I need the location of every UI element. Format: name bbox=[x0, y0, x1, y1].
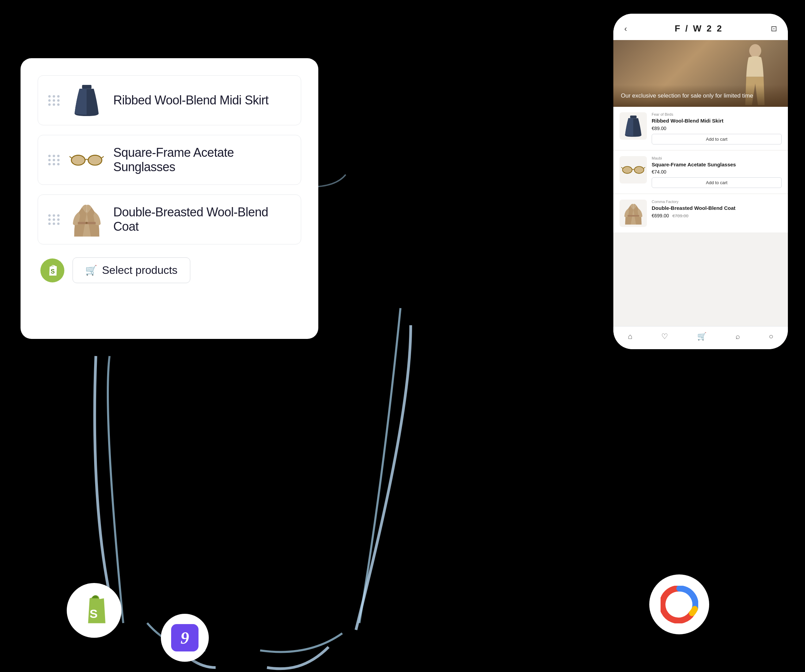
svg-rect-0 bbox=[82, 85, 91, 88]
svg-rect-18 bbox=[628, 215, 639, 216]
phone-add-to-cart-skirt[interactable]: Add to cart bbox=[652, 134, 782, 145]
phone-add-to-cart-sunglasses[interactable]: Add to cart bbox=[652, 177, 782, 188]
scene: Ribbed Wool-Blend Midi Skirt bbox=[0, 0, 805, 672]
product-row-sunglasses[interactable]: Square-Frame Acetate Sunglasses bbox=[38, 135, 301, 185]
product-name-coat: Double-Breasted Wool-Blend Coat bbox=[113, 205, 291, 234]
nav-cart-icon[interactable]: 🛒 bbox=[697, 332, 706, 341]
shopify-circle-badge: S bbox=[67, 583, 122, 638]
phone-product-info-sunglasses: Maubi Square-Frame Acetate Sunglasses €7… bbox=[652, 156, 782, 188]
coat-image bbox=[69, 202, 104, 237]
admin-panel: Ribbed Wool-Blend Midi Skirt bbox=[21, 58, 318, 339]
svg-line-6 bbox=[102, 156, 104, 158]
phone-coat-image bbox=[619, 200, 647, 227]
phone-price-skirt: €89.00 bbox=[652, 126, 782, 131]
drag-handle-sunglasses[interactable] bbox=[48, 155, 60, 165]
nav-search-icon[interactable]: ⌕ bbox=[736, 332, 740, 341]
phone-bottom-nav: ⌂ ♡ 🛒 ⌕ ○ bbox=[613, 326, 788, 349]
phone-name-skirt: Ribbed Wool-Blend Midi Skirt bbox=[652, 117, 782, 124]
phone-cart-icon[interactable]: ⊡ bbox=[771, 24, 777, 33]
select-products-label: Select products bbox=[102, 264, 177, 277]
hero-text: Our exclusive selection for sale only fo… bbox=[621, 92, 780, 100]
drag-handle-coat[interactable] bbox=[48, 214, 60, 225]
product-row-skirt[interactable]: Ribbed Wool-Blend Midi Skirt bbox=[38, 75, 301, 125]
phone-product-item-sunglasses: Maubi Square-Frame Acetate Sunglasses €7… bbox=[613, 151, 788, 194]
admin-footer: S 🛒 Select products bbox=[38, 258, 301, 283]
phone-title: F / W 2 2 bbox=[675, 23, 723, 34]
skirt-image bbox=[69, 83, 104, 117]
phone-price-sunglasses: €74.00 bbox=[652, 169, 782, 174]
phone-name-coat: Double-Breasted Wool-Blend Coat bbox=[652, 205, 782, 212]
select-products-button[interactable]: 🛒 Select products bbox=[72, 258, 190, 283]
hero-text-overlay: Our exclusive selection for sale only fo… bbox=[613, 85, 788, 107]
svg-line-5 bbox=[69, 156, 71, 158]
drag-handle-skirt[interactable] bbox=[48, 95, 60, 106]
phone-sunglasses-image bbox=[619, 156, 647, 184]
product-name-skirt: Ribbed Wool-Blend Midi Skirt bbox=[113, 93, 269, 107]
nav-heart-icon[interactable]: ♡ bbox=[661, 332, 668, 341]
typeform-circle-badge: 9 bbox=[161, 614, 209, 662]
typeform-icon: 9 bbox=[171, 624, 199, 651]
svg-text:S: S bbox=[51, 268, 55, 275]
cart-icon: 🛒 bbox=[85, 265, 97, 276]
phone-name-sunglasses: Square-Frame Acetate Sunglasses bbox=[652, 161, 782, 168]
svg-line-16 bbox=[621, 167, 623, 168]
svg-point-10 bbox=[749, 44, 761, 58]
sunglasses-image bbox=[69, 143, 104, 177]
phone-product-list: Fear of Birds Ribbed Wool-Blend Midi Ski… bbox=[613, 107, 788, 326]
phone-skirt-image bbox=[619, 112, 647, 140]
phone-mockup: ‹ F / W 2 2 ⊡ Our exclusive selection fo… bbox=[613, 14, 788, 349]
product-name-sunglasses: Square-Frame Acetate Sunglasses bbox=[113, 146, 291, 174]
phone-price-coat: €699.00 €789.00 bbox=[652, 213, 782, 219]
svg-text:S: S bbox=[90, 607, 97, 620]
nav-home-icon[interactable]: ⌂ bbox=[628, 332, 632, 341]
phone-back-button[interactable]: ‹ bbox=[624, 24, 627, 34]
phone-header: ‹ F / W 2 2 ⊡ bbox=[613, 14, 788, 40]
phone-brand-skirt: Fear of Birds bbox=[652, 112, 782, 117]
phone-brand-sunglasses: Maubi bbox=[652, 156, 782, 160]
phone-product-item-coat: Comma Factory Double-Breasted Wool-Blend… bbox=[613, 194, 788, 232]
phone-brand-coat: Comma Factory bbox=[652, 200, 782, 204]
svg-line-17 bbox=[644, 167, 645, 168]
phone-product-info-coat: Comma Factory Double-Breasted Wool-Blend… bbox=[652, 200, 782, 221]
phone-product-info-skirt: Fear of Birds Ribbed Wool-Blend Midi Ski… bbox=[652, 112, 782, 145]
google-circle-badge bbox=[649, 574, 709, 634]
svg-point-8 bbox=[85, 222, 88, 224]
nav-user-icon[interactable]: ○ bbox=[769, 332, 773, 341]
shopify-logo-small: S bbox=[40, 258, 64, 283]
phone-hero: Our exclusive selection for sale only fo… bbox=[613, 40, 788, 107]
svg-rect-11 bbox=[630, 115, 637, 118]
product-row-coat[interactable]: Double-Breasted Wool-Blend Coat bbox=[38, 194, 301, 245]
phone-product-item-skirt: Fear of Birds Ribbed Wool-Blend Midi Ski… bbox=[613, 107, 788, 150]
